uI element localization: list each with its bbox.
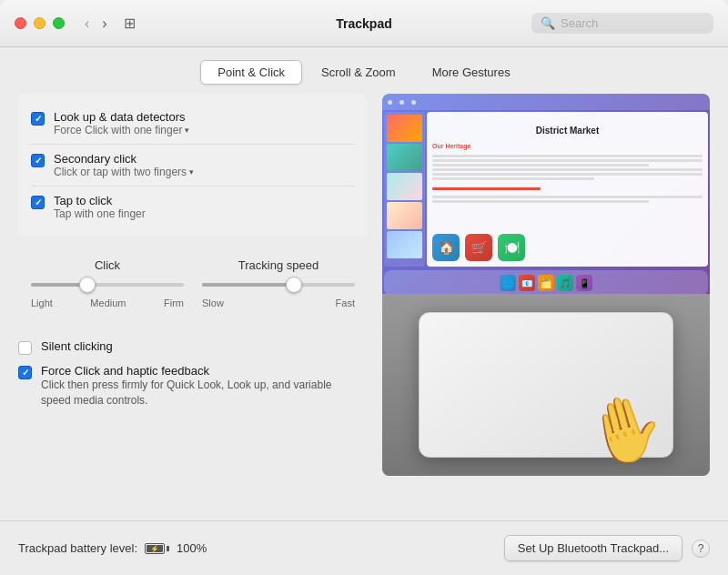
click-slider-track [31, 283, 184, 287]
chevron-down-icon-lookup[interactable]: ▾ [185, 126, 189, 135]
setup-bluetooth-button[interactable]: Set Up Bluetooth Trackpad... [504, 535, 682, 561]
tracking-label-slow: Slow [202, 298, 224, 308]
battery-label: Trackpad battery level: [18, 541, 137, 555]
main-content: Look up & data detectors Force Click wit… [0, 94, 728, 512]
checkbox-force-click[interactable] [18, 366, 32, 379]
bottom-options: Silent clicking Force Click and haptic f… [18, 334, 368, 414]
option-label-lookup: Look up & data detectors [54, 110, 189, 124]
option-text-lookup: Look up & data detectors Force Click wit… [54, 110, 189, 136]
mac-line-6 [432, 177, 594, 180]
preview-top: District Market Our Heritage [382, 94, 710, 294]
mac-line-4 [432, 168, 703, 171]
mac-line-3 [432, 164, 649, 166]
close-button[interactable] [15, 17, 26, 29]
search-input[interactable] [561, 16, 704, 30]
bottom-option-text-force-click: Force Click and haptic feedback Click th… [41, 364, 350, 409]
bottom-option-text-silent: Silent clicking [41, 339, 113, 353]
tab-more-gestures[interactable]: More Gestures [415, 60, 528, 85]
mac-line-5 [432, 173, 703, 176]
tracking-slider-track [202, 283, 355, 287]
checkbox-silent-clicking[interactable] [18, 341, 32, 355]
forward-arrow-icon[interactable]: › [98, 14, 110, 34]
window-title: Trackpad [336, 16, 391, 31]
battery-percent: 100% [177, 541, 207, 555]
click-label-light: Light [31, 298, 53, 308]
tracking-slider-labels: Slow Fast [202, 298, 355, 308]
battery-body: ⚡ [145, 543, 165, 554]
option-sublabel-tap-to-click: Tap with one finger [54, 207, 146, 220]
dock-icon-1: 🌐 [500, 275, 516, 291]
grid-icon[interactable]: ⊞ [124, 15, 136, 32]
click-label-firm: Firm [164, 298, 184, 308]
back-arrow-icon[interactable]: ‹ [81, 14, 93, 34]
mac-thumb-4 [387, 202, 422, 229]
checkboxes-section: Look up & data detectors Force Click wit… [18, 94, 368, 237]
bottom-option-label-force-click: Force Click and haptic feedback [41, 364, 350, 378]
battery-nub [167, 546, 169, 551]
battery-info: Trackpad battery level: ⚡ 100% [18, 541, 207, 555]
maximize-button[interactable] [53, 17, 65, 29]
nav-arrows: ‹ › [81, 14, 111, 34]
tracking-label-fast: Fast [336, 298, 355, 308]
mac-icons-row: 🏠 🛒 🍽️ [432, 230, 703, 261]
option-label-tap-to-click: Tap to click [54, 194, 146, 207]
option-text-secondary-click: Secondary click Click or tap with two fi… [54, 152, 194, 178]
mac-icon-1: 🏠 [432, 234, 460, 261]
mac-menubar [382, 94, 710, 110]
mac-thumb-1 [387, 115, 422, 142]
checkbox-lookup[interactable] [31, 112, 45, 126]
preview-bottom: 🤚 [382, 294, 710, 476]
left-panel: Look up & data detectors Force Click wit… [18, 94, 368, 512]
tracking-speed-slider-group: Tracking speed Slow Fast [202, 258, 355, 308]
trackpad-preview-container: 🤚 [382, 294, 710, 476]
status-bar: Trackpad battery level: ⚡ 100% Set Up Bl… [0, 520, 728, 575]
click-slider-thumb[interactable] [79, 277, 96, 293]
mac-thumb-3 [387, 173, 422, 200]
click-slider-label: Click [95, 258, 120, 272]
mac-menubar-dot [388, 100, 392, 105]
mac-main: District Market Our Heritage [427, 112, 708, 267]
tracking-slider-label: Tracking speed [238, 258, 318, 272]
minimize-button[interactable] [34, 17, 46, 29]
mac-thumb-5 [387, 231, 422, 258]
click-slider-group: Click Light Medium Firm [31, 258, 184, 308]
mac-line-7 [432, 196, 703, 198]
traffic-lights [15, 17, 65, 29]
mac-line-accent [432, 187, 541, 190]
titlebar: ‹ › ⊞ Trackpad 🔍 [0, 0, 728, 47]
right-panel: District Market Our Heritage [382, 94, 710, 512]
mac-icon-3: 🍽️ [498, 234, 525, 261]
option-sublabel-lookup: Force Click with one finger ▾ [54, 124, 189, 136]
mac-icon-2: 🛒 [465, 234, 492, 261]
option-text-tap-to-click: Tap to click Tap with one finger [54, 194, 146, 220]
sliders-container: Click Light Medium Firm [18, 244, 368, 334]
trackpad-preferences-window: ‹ › ⊞ Trackpad 🔍 Point & Click Scroll & … [0, 0, 728, 575]
chevron-down-icon-secondary[interactable]: ▾ [189, 167, 194, 177]
dock-icon-4: 🎵 [557, 275, 573, 291]
status-right: Set Up Bluetooth Trackpad... ? [504, 535, 710, 561]
help-button[interactable]: ? [692, 540, 710, 558]
mac-line-2 [432, 159, 703, 162]
mac-line-1 [432, 155, 703, 157]
bottom-option-row-silent: Silent clicking [18, 338, 368, 357]
mac-preview-section: Our Heritage [432, 143, 703, 149]
option-sublabel-secondary-click: Click or tap with two fingers ▾ [54, 166, 194, 178]
battery-icon: ⚡ [145, 543, 169, 554]
mac-content-area: District Market Our Heritage [382, 110, 710, 268]
mac-menubar-dot2 [399, 100, 404, 105]
click-slider-labels: Light Medium Firm [31, 298, 184, 308]
checkbox-tap-to-click[interactable] [31, 196, 45, 209]
mac-line-8 [432, 200, 649, 203]
tab-scroll-zoom[interactable]: Scroll & Zoom [304, 60, 413, 85]
checkbox-secondary-click[interactable] [31, 154, 45, 167]
dock-icon-2: 📧 [519, 275, 535, 291]
option-row-secondary-click: Secondary click Click or tap with two fi… [31, 144, 355, 186]
tracking-slider-fill [202, 283, 294, 287]
mac-preview-title: District Market [536, 126, 599, 136]
tab-point-click[interactable]: Point & Click [200, 60, 302, 85]
tracking-slider-thumb[interactable] [286, 277, 302, 293]
bottom-option-sublabel-force-click: Click then press firmly for Quick Look, … [41, 378, 350, 409]
search-bar[interactable]: 🔍 [531, 13, 713, 34]
lightning-icon: ⚡ [150, 544, 159, 552]
click-label-medium: Medium [90, 298, 126, 308]
